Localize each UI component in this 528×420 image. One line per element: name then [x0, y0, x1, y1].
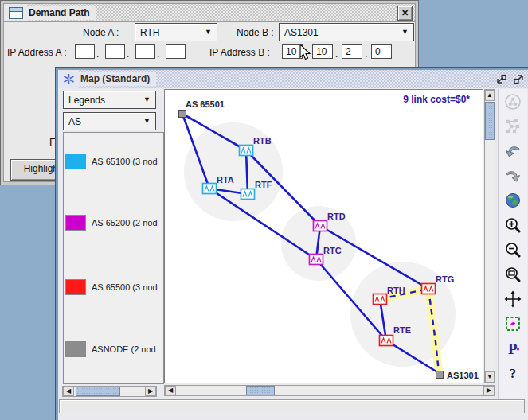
node-b-label: Node B :	[237, 27, 274, 38]
map-toolbar: P ?	[498, 89, 527, 399]
link-cost-label: 9 link cost=$0*	[403, 94, 470, 105]
selection-box-icon[interactable]	[499, 311, 527, 336]
legend-item[interactable]: ASNODE (2 nod	[65, 341, 156, 357]
scrollbar-thumb[interactable]	[76, 387, 120, 396]
router-node-RTB[interactable]	[240, 146, 253, 156]
scroll-right-icon[interactable]: ▶	[483, 386, 495, 395]
router-node-RTH[interactable]	[374, 294, 387, 305]
node-a-label: Node A :	[83, 27, 119, 38]
chevron-down-icon: ▼	[401, 29, 409, 36]
legend-item[interactable]: AS 65200 (2 nod	[65, 215, 158, 231]
router-node-RTD[interactable]	[314, 221, 327, 231]
as-combo-value: AS	[68, 116, 81, 127]
ip-dot: .	[127, 49, 129, 60]
ip-dot: .	[157, 49, 159, 60]
close-icon[interactable]: ✕	[397, 6, 413, 21]
node-b-value: AS1301	[284, 27, 319, 38]
legend-color-swatch	[65, 215, 86, 231]
node-label-RTD: RTD	[327, 212, 346, 221]
router-node-RTA[interactable]	[203, 184, 217, 194]
legend-item-label: ASNODE (2 nod	[92, 344, 156, 354]
maximize-window-icon[interactable]	[511, 72, 526, 86]
map-titlebar[interactable]: Map (Standard)	[58, 70, 528, 88]
scrollbar-thumb[interactable]	[485, 102, 495, 140]
node-label-RTG: RTG	[436, 274, 454, 284]
legend-hscrollbar[interactable]: ◀ ▶	[62, 386, 157, 397]
router-node-RTC[interactable]	[310, 255, 323, 265]
zoom-out-icon[interactable]	[499, 237, 527, 262]
window-icon	[4, 4, 27, 21]
chevron-down-icon: ▼	[143, 96, 151, 103]
legend-item[interactable]: AS 65500 (3 nod	[65, 279, 158, 295]
ip-address-b-label: IP Address B :	[209, 47, 270, 58]
pan-icon[interactable]	[499, 286, 527, 311]
legend-item-label: AS 65200 (2 nod	[92, 218, 158, 228]
map-title: Map (Standard)	[79, 72, 156, 86]
router-node-RTF[interactable]	[241, 189, 255, 200]
node-label-RTH: RTH	[387, 286, 405, 295]
mouse-cursor	[299, 45, 311, 64]
legend-color-swatch	[65, 154, 86, 169]
scrollbar-thumb[interactable]	[246, 386, 275, 395]
ip-b-field-2[interactable]: 10	[312, 44, 333, 59]
ip-dot: .	[96, 49, 99, 60]
ip-a-field-1[interactable]	[75, 44, 95, 59]
as-node-AS1301[interactable]	[436, 371, 444, 379]
legend-item[interactable]: AS 65100 (3 nod	[65, 154, 158, 169]
path-p-icon[interactable]: P	[499, 336, 527, 360]
legend-color-swatch	[65, 279, 86, 295]
network-map[interactable]: AS 65501RTARTBRTFRTDRTCRTHRTGRTEAS1301	[165, 90, 483, 383]
ip-dot: .	[335, 49, 338, 60]
node-label-RTC: RTC	[323, 246, 342, 255]
legend-item-label: AS 65100 (3 nod	[92, 157, 158, 166]
legend-list: AS 65100 (3 nod AS 65200 (2 nod AS 65500…	[63, 132, 164, 384]
ip-a-field-3[interactable]	[135, 44, 155, 59]
map-icon	[58, 70, 79, 88]
ip-b-field-4[interactable]: 0	[371, 44, 392, 59]
scroll-up-icon[interactable]: ▲	[485, 90, 495, 101]
map-hscrollbar[interactable]: ◀ ▶	[164, 385, 495, 396]
node-label-RTB: RTB	[253, 136, 272, 146]
network-tree-icon[interactable]	[499, 114, 527, 138]
map-vscrollbar[interactable]: ▲ ▼	[484, 89, 495, 383]
legends-combo[interactable]: Legends ▼	[63, 91, 156, 109]
node-a-value: RTH	[140, 27, 159, 38]
clipped-label-fragment: F	[49, 136, 56, 148]
router-node-RTE[interactable]	[380, 336, 393, 346]
as-node-AS65501[interactable]	[179, 111, 186, 118]
globe-icon[interactable]	[499, 188, 527, 212]
ip-b-field-3[interactable]: 2	[342, 44, 362, 59]
node-label-RTF: RTF	[255, 180, 272, 189]
router-node-RTG[interactable]	[422, 284, 436, 294]
scroll-left-icon[interactable]: ◀	[63, 387, 74, 396]
legends-combo-value: Legends	[68, 95, 105, 106]
node-label-RTA: RTA	[217, 175, 234, 185]
chevron-down-icon: ▼	[205, 29, 212, 36]
node-label-RTE: RTE	[393, 325, 411, 335]
redo-icon[interactable]	[499, 163, 527, 188]
svg-text:P: P	[508, 340, 518, 357]
restore-window-icon[interactable]	[494, 72, 508, 86]
network-circle-icon[interactable]	[499, 89, 527, 114]
node-label-AS65501: AS 65501	[186, 99, 225, 109]
zoom-area-icon[interactable]	[499, 262, 527, 286]
status-bar	[59, 399, 525, 413]
node-a-combo[interactable]: RTH ▼	[135, 23, 217, 41]
legend-item-label: AS 65500 (3 nod	[92, 282, 158, 292]
legend-color-swatch	[65, 341, 86, 357]
scroll-right-icon[interactable]: ▶	[145, 387, 156, 396]
ip-a-field-2[interactable]	[105, 44, 125, 59]
ip-a-field-4[interactable]	[166, 44, 186, 59]
map-canvas[interactable]: AS 65501RTARTBRTFRTDRTCRTHRTGRTEAS1301 9…	[164, 89, 483, 383]
as-combo[interactable]: AS ▼	[63, 112, 156, 130]
chevron-down-icon: ▼	[143, 118, 151, 125]
node-b-combo[interactable]: AS1301 ▼	[279, 23, 414, 41]
undo-icon[interactable]	[499, 138, 527, 163]
demand-path-titlebar[interactable]: Demand Path ✕	[4, 4, 415, 22]
scroll-left-icon[interactable]: ◀	[165, 386, 176, 395]
scroll-down-icon[interactable]: ▼	[485, 371, 495, 383]
zoom-in-icon[interactable]	[499, 212, 527, 237]
map-window: Map (Standard) Legends ▼ AS ▼ AS 65100 (…	[56, 68, 528, 420]
help-icon[interactable]: ?	[499, 360, 527, 385]
ip-dot: .	[365, 49, 367, 60]
